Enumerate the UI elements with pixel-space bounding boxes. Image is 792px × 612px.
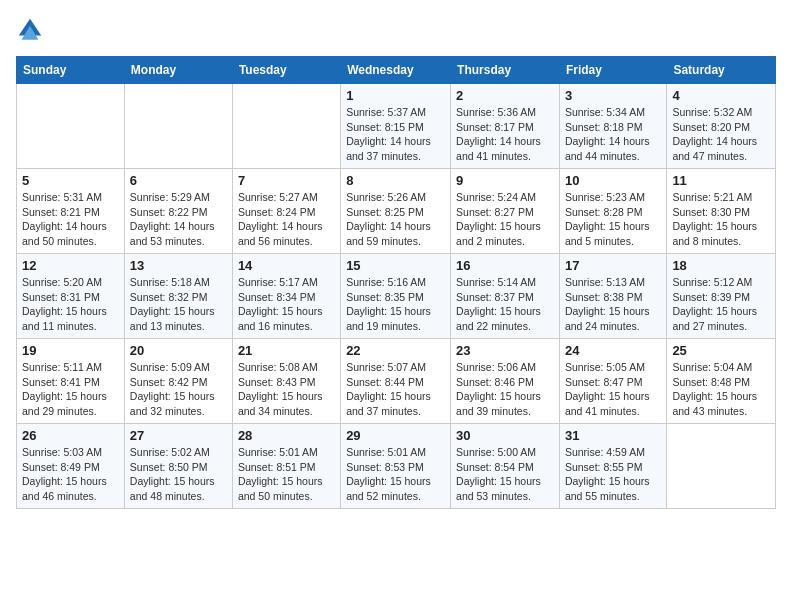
- sunset-text: Sunset: 8:41 PM: [22, 376, 100, 388]
- calendar-day-14: 14Sunrise: 5:17 AMSunset: 8:34 PMDayligh…: [232, 254, 340, 339]
- sunrise-text: Sunrise: 5:09 AM: [130, 361, 210, 373]
- calendar-week-row: 1Sunrise: 5:37 AMSunset: 8:15 PMDaylight…: [17, 84, 776, 169]
- day-number: 20: [130, 343, 227, 358]
- calendar-day-29: 29Sunrise: 5:01 AMSunset: 8:53 PMDayligh…: [341, 424, 451, 509]
- sunset-text: Sunset: 8:22 PM: [130, 206, 208, 218]
- sunrise-text: Sunrise: 5:05 AM: [565, 361, 645, 373]
- calendar-day-16: 16Sunrise: 5:14 AMSunset: 8:37 PMDayligh…: [451, 254, 560, 339]
- calendar-day-24: 24Sunrise: 5:05 AMSunset: 8:47 PMDayligh…: [559, 339, 666, 424]
- daylight-text: Daylight: 15 hours: [22, 390, 107, 402]
- daylight-text: Daylight: 15 hours: [565, 305, 650, 317]
- daylight-text: Daylight: 15 hours: [565, 475, 650, 487]
- day-info: Sunrise: 4:59 AMSunset: 8:55 PMDaylight:…: [565, 445, 661, 504]
- daylight-text: and 48 minutes.: [130, 490, 205, 502]
- day-number: 18: [672, 258, 770, 273]
- sunset-text: Sunset: 8:32 PM: [130, 291, 208, 303]
- sunrise-text: Sunrise: 5:18 AM: [130, 276, 210, 288]
- sunrise-text: Sunrise: 5:37 AM: [346, 106, 426, 118]
- sunrise-text: Sunrise: 5:26 AM: [346, 191, 426, 203]
- day-info: Sunrise: 5:34 AMSunset: 8:18 PMDaylight:…: [565, 105, 661, 164]
- sunset-text: Sunset: 8:35 PM: [346, 291, 424, 303]
- day-number: 8: [346, 173, 445, 188]
- daylight-text: and 44 minutes.: [565, 150, 640, 162]
- sunrise-text: Sunrise: 5:08 AM: [238, 361, 318, 373]
- daylight-text: and 27 minutes.: [672, 320, 747, 332]
- day-number: 11: [672, 173, 770, 188]
- sunrise-text: Sunrise: 5:32 AM: [672, 106, 752, 118]
- day-number: 22: [346, 343, 445, 358]
- calendar-day-28: 28Sunrise: 5:01 AMSunset: 8:51 PMDayligh…: [232, 424, 340, 509]
- sunset-text: Sunset: 8:51 PM: [238, 461, 316, 473]
- sunset-text: Sunset: 8:44 PM: [346, 376, 424, 388]
- daylight-text: and 32 minutes.: [130, 405, 205, 417]
- sunrise-text: Sunrise: 5:36 AM: [456, 106, 536, 118]
- daylight-text: and 53 minutes.: [130, 235, 205, 247]
- sunrise-text: Sunrise: 5:12 AM: [672, 276, 752, 288]
- daylight-text: and 8 minutes.: [672, 235, 741, 247]
- weekday-header-friday: Friday: [559, 57, 666, 84]
- daylight-text: Daylight: 14 hours: [672, 135, 757, 147]
- day-info: Sunrise: 5:02 AMSunset: 8:50 PMDaylight:…: [130, 445, 227, 504]
- calendar-day-25: 25Sunrise: 5:04 AMSunset: 8:48 PMDayligh…: [667, 339, 776, 424]
- day-info: Sunrise: 5:29 AMSunset: 8:22 PMDaylight:…: [130, 190, 227, 249]
- day-number: 9: [456, 173, 554, 188]
- sunrise-text: Sunrise: 5:14 AM: [456, 276, 536, 288]
- daylight-text: Daylight: 15 hours: [130, 390, 215, 402]
- sunrise-text: Sunrise: 5:23 AM: [565, 191, 645, 203]
- day-info: Sunrise: 5:08 AMSunset: 8:43 PMDaylight:…: [238, 360, 335, 419]
- day-number: 7: [238, 173, 335, 188]
- day-info: Sunrise: 5:31 AMSunset: 8:21 PMDaylight:…: [22, 190, 119, 249]
- day-number: 19: [22, 343, 119, 358]
- calendar-day-3: 3Sunrise: 5:34 AMSunset: 8:18 PMDaylight…: [559, 84, 666, 169]
- daylight-text: and 41 minutes.: [565, 405, 640, 417]
- daylight-text: Daylight: 15 hours: [346, 305, 431, 317]
- sunrise-text: Sunrise: 5:16 AM: [346, 276, 426, 288]
- sunrise-text: Sunrise: 5:11 AM: [22, 361, 102, 373]
- weekday-header-row: SundayMondayTuesdayWednesdayThursdayFrid…: [17, 57, 776, 84]
- daylight-text: and 59 minutes.: [346, 235, 421, 247]
- daylight-text: and 47 minutes.: [672, 150, 747, 162]
- sunrise-text: Sunrise: 5:17 AM: [238, 276, 318, 288]
- daylight-text: Daylight: 15 hours: [238, 305, 323, 317]
- day-number: 30: [456, 428, 554, 443]
- daylight-text: and 41 minutes.: [456, 150, 531, 162]
- daylight-text: Daylight: 15 hours: [130, 475, 215, 487]
- daylight-text: Daylight: 14 hours: [346, 135, 431, 147]
- day-info: Sunrise: 5:18 AMSunset: 8:32 PMDaylight:…: [130, 275, 227, 334]
- daylight-text: Daylight: 15 hours: [456, 390, 541, 402]
- page-header: [16, 16, 776, 44]
- day-number: 2: [456, 88, 554, 103]
- day-info: Sunrise: 5:17 AMSunset: 8:34 PMDaylight:…: [238, 275, 335, 334]
- calendar-day-9: 9Sunrise: 5:24 AMSunset: 8:27 PMDaylight…: [451, 169, 560, 254]
- daylight-text: and 37 minutes.: [346, 405, 421, 417]
- daylight-text: Daylight: 15 hours: [238, 475, 323, 487]
- daylight-text: and 39 minutes.: [456, 405, 531, 417]
- day-number: 15: [346, 258, 445, 273]
- sunset-text: Sunset: 8:28 PM: [565, 206, 643, 218]
- day-number: 1: [346, 88, 445, 103]
- day-info: Sunrise: 5:04 AMSunset: 8:48 PMDaylight:…: [672, 360, 770, 419]
- day-info: Sunrise: 5:05 AMSunset: 8:47 PMDaylight:…: [565, 360, 661, 419]
- day-info: Sunrise: 5:00 AMSunset: 8:54 PMDaylight:…: [456, 445, 554, 504]
- calendar-day-11: 11Sunrise: 5:21 AMSunset: 8:30 PMDayligh…: [667, 169, 776, 254]
- calendar-day-17: 17Sunrise: 5:13 AMSunset: 8:38 PMDayligh…: [559, 254, 666, 339]
- calendar-day-1: 1Sunrise: 5:37 AMSunset: 8:15 PMDaylight…: [341, 84, 451, 169]
- calendar-table: SundayMondayTuesdayWednesdayThursdayFrid…: [16, 56, 776, 509]
- calendar-day-13: 13Sunrise: 5:18 AMSunset: 8:32 PMDayligh…: [124, 254, 232, 339]
- calendar-day-27: 27Sunrise: 5:02 AMSunset: 8:50 PMDayligh…: [124, 424, 232, 509]
- sunset-text: Sunset: 8:25 PM: [346, 206, 424, 218]
- day-info: Sunrise: 5:32 AMSunset: 8:20 PMDaylight:…: [672, 105, 770, 164]
- daylight-text: and 52 minutes.: [346, 490, 421, 502]
- daylight-text: Daylight: 14 hours: [22, 220, 107, 232]
- sunset-text: Sunset: 8:48 PM: [672, 376, 750, 388]
- daylight-text: Daylight: 14 hours: [346, 220, 431, 232]
- day-info: Sunrise: 5:36 AMSunset: 8:17 PMDaylight:…: [456, 105, 554, 164]
- day-info: Sunrise: 5:20 AMSunset: 8:31 PMDaylight:…: [22, 275, 119, 334]
- sunrise-text: Sunrise: 5:01 AM: [346, 446, 426, 458]
- calendar-week-row: 5Sunrise: 5:31 AMSunset: 8:21 PMDaylight…: [17, 169, 776, 254]
- sunrise-text: Sunrise: 5:01 AM: [238, 446, 318, 458]
- daylight-text: and 55 minutes.: [565, 490, 640, 502]
- calendar-week-row: 26Sunrise: 5:03 AMSunset: 8:49 PMDayligh…: [17, 424, 776, 509]
- calendar-day-22: 22Sunrise: 5:07 AMSunset: 8:44 PMDayligh…: [341, 339, 451, 424]
- daylight-text: Daylight: 15 hours: [456, 220, 541, 232]
